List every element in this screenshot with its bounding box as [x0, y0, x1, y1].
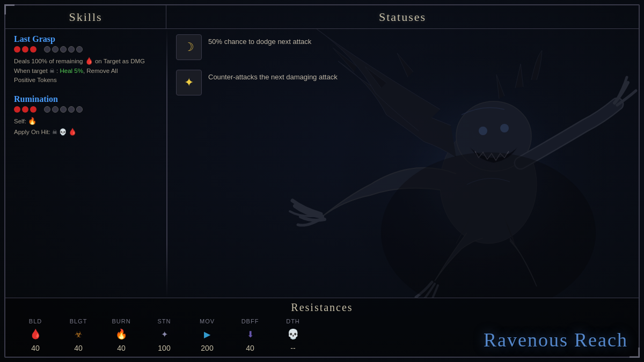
pip-4 [44, 46, 50, 53]
resist-value-mov: 200 [201, 344, 213, 352]
resist-label-dth: DTH [286, 318, 300, 324]
resist-icon-dbff: ⬇ [243, 327, 258, 342]
resist-value-burn: 40 [117, 344, 126, 352]
resist-label-dbff: DBFF [241, 318, 259, 324]
resist-label-bld: BLD [29, 318, 42, 324]
skill-pips-last-grasp [14, 46, 158, 53]
pip-8 [76, 46, 83, 53]
blood-icon-2: 🩸 [68, 128, 77, 136]
pip-1 [14, 46, 20, 53]
resist-label-mov: MOV [200, 318, 215, 324]
resist-value-stn: 100 [158, 344, 170, 352]
resist-blgt: BLGT ☣ 40 [57, 318, 100, 352]
skull-icon-1: ☠ [49, 68, 55, 74]
skills-panel: Last Grasp Deals 100% of remaining 🩸 on … [5, 29, 166, 298]
resist-stn: STN ✦ 100 [143, 318, 186, 352]
resist-icon-stn: ✦ [157, 327, 172, 342]
resist-label-burn: BURN [112, 318, 130, 324]
pip-r7 [68, 106, 75, 113]
resist-icon-dth: 💀 [286, 327, 301, 342]
resist-value-blgt: 40 [74, 344, 83, 352]
pip-r4 [44, 106, 50, 113]
pip-2 [22, 46, 28, 53]
status-icon-counter: ✦ [176, 70, 202, 95]
heal-text: Heal 5% [60, 68, 83, 74]
skill-desc-rumination: Self: 🔥 Apply On Hit: ☠ 💀 🩸 [14, 116, 158, 137]
blood-icon-1: 🩸 [85, 57, 93, 65]
pip-5 [52, 46, 58, 53]
skill-desc-last-grasp: Deals 100% of remaining 🩸 on Target as D… [14, 56, 158, 85]
pip-r1 [14, 106, 20, 113]
resist-value-bld: 40 [31, 344, 40, 352]
resist-label-stn: STN [158, 318, 171, 324]
resist-burn: BURN 🔥 40 [100, 318, 143, 352]
svg-point-4 [500, 124, 509, 132]
monster-name: Ravenous Reach [484, 329, 628, 351]
monster-svg [274, 29, 639, 298]
pip-r2 [22, 106, 28, 113]
resist-value-dbff: 40 [246, 344, 254, 352]
pip-3 [30, 46, 36, 53]
resistances-title: Resistances [14, 298, 630, 314]
svg-point-3 [479, 127, 487, 135]
monster-area [263, 29, 639, 298]
moon-dodge-icon: ☽ [184, 40, 194, 54]
status-icon-dodge: ☽ [176, 34, 202, 60]
pip-7 [68, 46, 75, 53]
resist-value-dth: -- [290, 344, 295, 352]
resist-dth: DTH 💀 -- [272, 318, 314, 352]
header-row: Skills Statuses [5, 5, 639, 29]
resist-icon-burn: 🔥 [114, 327, 129, 342]
skills-title: Skills [69, 10, 102, 24]
skill-pips-rumination [14, 106, 158, 113]
resist-icon-bld: 🩸 [28, 327, 43, 342]
resist-icon-mov: ▶ [200, 327, 215, 342]
pip-r8 [76, 106, 83, 113]
bone-icon: 💀 [59, 129, 67, 135]
resist-bld: BLD 🩸 40 [14, 318, 57, 352]
skills-header: Skills [5, 5, 166, 28]
pip-r3 [30, 106, 36, 113]
main-layout: Skills Statuses Last Grasp [5, 5, 639, 357]
star-counter-icon: ✦ [184, 76, 194, 90]
statuses-title: Statuses [379, 10, 426, 24]
skill-last-grasp: Last Grasp Deals 100% of remaining 🩸 on … [14, 34, 158, 85]
pip-r5 [52, 106, 58, 113]
when-target-text: When target [14, 68, 48, 74]
skull-icon-2: ☠ [52, 129, 57, 135]
skill-name-rumination: Rumination [14, 94, 158, 104]
skill-name-last-grasp: Last Grasp [14, 34, 158, 44]
resist-label-blgt: BLGT [70, 318, 87, 324]
pip-r6 [60, 106, 67, 113]
resist-icon-blgt: ☣ [71, 327, 86, 342]
resist-dbff: DBFF ⬇ 40 [229, 318, 272, 352]
resist-mov: MOV ▶ 200 [186, 318, 229, 352]
skill-rumination: Rumination Self: 🔥 Apply On Hit: ☠ 💀 🩸 [14, 94, 158, 137]
pip-6 [60, 46, 67, 53]
fire-icon-1: 🔥 [28, 117, 36, 125]
statuses-header: Statuses [166, 5, 639, 28]
